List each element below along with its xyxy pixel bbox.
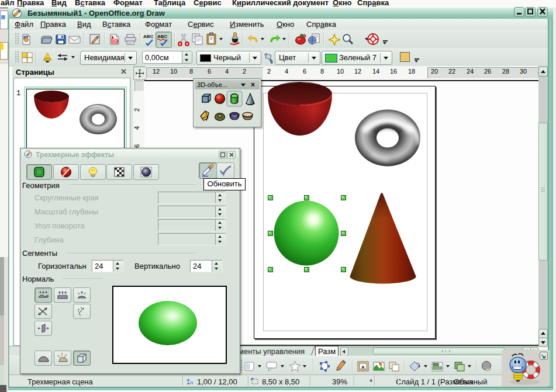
svg-text:ABC: ABC: [143, 34, 154, 39]
svg-text:A: A: [361, 365, 365, 370]
svg-text:PDF: PDF: [112, 40, 119, 43]
svg-text:ABC: ABC: [157, 34, 168, 39]
